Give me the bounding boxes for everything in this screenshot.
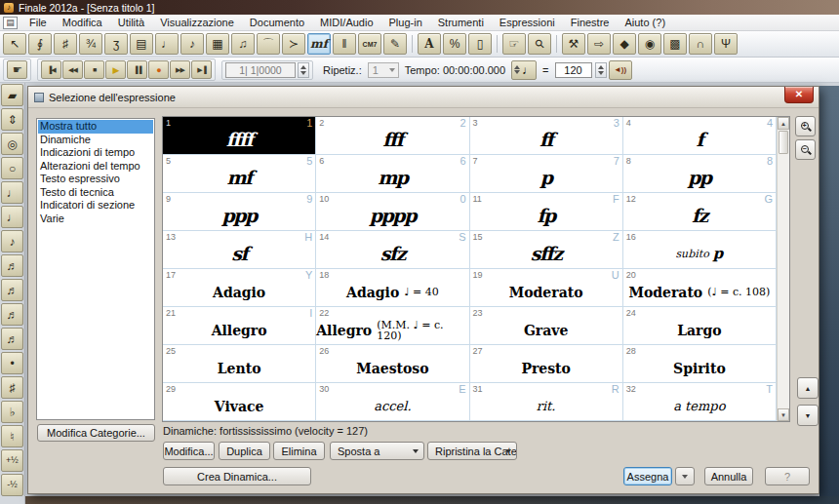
annulla-button[interactable]: Annulla [704,467,753,485]
text-tool-button[interactable]: A [418,33,441,55]
expression-cell-7[interactable]: 77p [470,155,623,193]
bpm-spinner[interactable] [595,62,607,78]
flat-button[interactable]: ♭ [1,401,23,423]
modifica-categorie-button[interactable]: Modifica Categorie... [37,424,155,442]
expression-cell-30[interactable]: 30Eaccel. [316,383,469,421]
chord-tool-button[interactable]: CM7 [358,33,381,55]
tuplet-tool-button[interactable]: ♫ [231,33,255,55]
whole-note-button[interactable]: ○ [1,157,23,179]
menu-midi-audio[interactable]: MIDI/Audio [312,15,380,31]
expression-cell-23[interactable]: 23Grave [470,307,623,345]
sharp-button[interactable]: ♯ [1,376,23,399]
scrollbar-track[interactable] [778,155,789,408]
position-spinner[interactable] [298,62,309,78]
category-item-mostra-tutto[interactable]: Mostra tutto [38,120,153,134]
move-down-button[interactable]: ▼ [797,405,819,426]
crea-dinamica-button[interactable]: Crea Dinamica... [163,467,311,485]
expression-tool-button[interactable]: mf [307,33,331,55]
menu-aiuto[interactable]: Aiuto (?) [617,15,673,31]
ossia-tool-button[interactable]: ∩ [689,33,712,55]
grid-scrollbar[interactable]: ▲ ▼ [777,117,789,421]
simple-entry-tool-button[interactable]: ♩ [155,33,179,55]
time-signature-tool-button[interactable]: ¾ [79,33,102,55]
expression-cell-1[interactable]: 11ffff [163,117,316,155]
half-note-button[interactable]: ♩ [1,181,23,204]
elimina-button[interactable]: Elimina [273,442,325,460]
scroll-up-button[interactable]: ▲ [778,117,789,130]
resize-tool-button[interactable]: % [443,33,466,55]
menu-documento[interactable]: Documento [242,15,312,31]
expression-cell-11[interactable]: 11Ffp [470,193,623,231]
go-to-end-button[interactable]: ▶▐ [191,60,212,79]
category-item-testo-espressivo[interactable]: Testo espressivo [38,173,153,186]
scroll-down-button[interactable]: ▼ [778,408,789,421]
expression-cell-29[interactable]: 29Vivace [163,383,316,421]
playback-position-field[interactable]: 1| 1|0000 [225,62,296,78]
zoom-in-button[interactable]: + [795,116,816,136]
hand-grabber-button[interactable]: ☛ [7,60,27,79]
expression-cell-24[interactable]: 24Largo [623,307,777,345]
eighth-note-button[interactable]: ♪ [1,230,23,252]
fast-forward-button[interactable]: ▶▶ [170,60,190,79]
category-item-indicazioni-di-tempo[interactable]: Indicazioni di tempo [38,146,153,160]
articulation-tool-button[interactable]: ≻ [282,33,305,55]
expression-cell-12[interactable]: 12Gfz [623,193,777,231]
key-signature-tool-button[interactable]: ♯ [54,33,77,55]
expression-cell-2[interactable]: 22fff [316,117,469,155]
smart-shape-tool-button[interactable]: ⌒ [257,33,280,55]
sixteenth-note-button[interactable]: ♬ [1,254,23,277]
expression-cell-32[interactable]: 32Ta tempo [623,383,777,421]
ripetiz-select[interactable]: 1 [368,62,399,78]
note-mover-tool-button[interactable]: ⇨ [587,33,611,55]
thirtysecond-note-button[interactable]: ♬ [1,279,23,301]
stop-button[interactable]: ■ [84,60,104,79]
dialog-title-bar[interactable]: Selezione dell'espressione [28,87,819,108]
close-button[interactable]: ✕ [784,87,814,103]
expression-cell-4[interactable]: 44f [623,117,777,155]
help-button[interactable]: ? [765,467,810,485]
expression-cell-22[interactable]: 22Allegro(M.M. ♩ = c. 120) [316,307,469,345]
page-layout-tool-button[interactable]: ▯ [468,33,492,55]
score-manager-tool-button[interactable]: ▩ [663,33,687,55]
menu-file[interactable]: File [21,15,55,31]
expression-cell-14[interactable]: 14Ssfz [316,231,469,269]
duplica-button[interactable]: Duplica [219,442,270,460]
onetwentyeighth-note-button[interactable]: ♬ [1,328,23,350]
midi-tool-button[interactable]: ◉ [638,33,661,55]
assegna-button[interactable]: Assegna [623,467,672,485]
expression-cell-3[interactable]: 33ff [470,117,623,155]
sixtyfourth-note-button[interactable]: ♬ [1,303,23,326]
expression-cell-21[interactable]: 21IAllegro [163,307,316,345]
expression-cell-15[interactable]: 15Zsffz [470,231,623,269]
menu-finestre[interactable]: Finestre [563,15,618,31]
expression-cell-10[interactable]: 100pppp [316,193,469,231]
lyrics-tool-button[interactable]: ✎ [383,33,407,55]
expression-cell-9[interactable]: 99ppp [163,193,316,231]
expression-cell-18[interactable]: 18Adagio♩ = 40 [316,269,469,307]
modifica-button[interactable]: Modifica... [163,442,215,460]
tempo-note-button[interactable]: ♩ [511,60,537,80]
lower-half-step-button[interactable]: -½ [1,474,23,496]
scrollbar-thumb[interactable] [779,131,788,154]
hand-grabber-tool-button[interactable]: ☞ [502,33,526,55]
ripristina-categoria-select[interactable]: Ripristina la Categori [427,442,517,460]
graphics-tool-button[interactable]: ◆ [613,33,636,55]
go-to-start-button[interactable]: ▐◀ [41,60,61,79]
category-item-testo-di-tecnica[interactable]: Testo di tecnica [38,186,153,200]
natural-button[interactable]: ♮ [1,425,23,447]
expression-cell-27[interactable]: 27Presto [470,345,623,383]
category-item-varie[interactable]: Varie [38,213,153,226]
special-tools-button[interactable]: ⚒ [562,33,585,55]
expression-cell-16[interactable]: 16subitop [623,231,777,269]
measure-tool-button[interactable]: ▤ [130,33,153,55]
zoom-tool-button[interactable]: ⚲ [528,33,551,55]
expression-cell-8[interactable]: 88pp [623,155,777,193]
expression-cell-6[interactable]: 66mp [316,155,469,193]
augmentation-dot-button[interactable]: • [1,352,23,374]
sposta-a-select[interactable]: Sposta a [330,442,424,460]
quarter-note-button[interactable]: ♩ [1,206,23,228]
tuning-fork-tool-button[interactable]: Ψ [714,33,738,55]
bpm-field[interactable]: 120 [555,62,592,78]
hyperscribe-tool-button[interactable]: ▦ [206,33,229,55]
zoom-out-button[interactable]: − [795,139,816,160]
